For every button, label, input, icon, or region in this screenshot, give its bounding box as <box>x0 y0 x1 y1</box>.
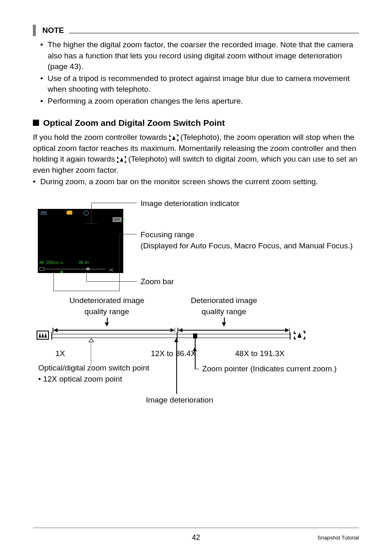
note-bullet-3: Performing a zoom operation changes the … <box>40 96 359 107</box>
zoom-bar-label: Zoom bar <box>141 276 174 287</box>
callout-line <box>92 203 137 203</box>
zoom-triangle <box>60 271 63 273</box>
note-bar <box>33 25 36 36</box>
section-title: Optical Zoom and Digital Zoom Switch Poi… <box>43 117 225 129</box>
camera-magnify-icon <box>84 211 89 215</box>
telephoto-icon <box>117 156 126 163</box>
callout-line-vert <box>91 203 92 223</box>
callout-line <box>86 273 87 281</box>
note-header: NOTE <box>33 25 359 36</box>
zoom-track <box>45 269 105 269</box>
arrow-down-icon <box>105 322 109 326</box>
note-underline <box>69 33 359 33</box>
deteriorated-line-2: quality range <box>179 306 269 317</box>
zoom-pointer-label: Zoom pointer (Indicates current zoom.) <box>202 364 337 375</box>
deteriorated-label: Deteriorated image quality range <box>179 295 269 317</box>
camera-zoom-text: 86.4× <box>79 260 89 266</box>
callout-line <box>86 281 137 282</box>
note-bullet-1: The higher the digital zoom factor, the … <box>40 39 359 72</box>
zoom-bar-end-right <box>290 332 291 340</box>
note-bullets: The higher the digital zoom factor, the … <box>33 39 359 107</box>
switch-point-line-2: 12X optical zoom point <box>43 375 122 383</box>
mid-range-label: 12X to 86.4X <box>151 348 196 359</box>
section-bullet-1: During zoom, a zoom bar on the monitor s… <box>33 176 359 188</box>
callout-line <box>195 369 199 370</box>
undeteriorated-line-2: quality range <box>60 306 154 317</box>
section-heading: Optical Zoom and Digital Zoom Switch Poi… <box>33 117 359 129</box>
callout-line <box>176 341 177 394</box>
camera-preview: 285 10M AF 150cm–∞ 86.4× [♦] <box>38 209 123 273</box>
callout-line <box>119 234 120 291</box>
telephoto-icon <box>294 331 305 343</box>
switch-point-label: Optical/digital zoom switch point • 12X … <box>38 363 149 384</box>
callout-line <box>53 270 54 291</box>
undeteriorated-label: Undeteriorated image quality range <box>60 295 154 317</box>
camera-zoom-bar: [♦] <box>39 267 109 271</box>
callout-line <box>53 291 119 291</box>
arrow-up-icon <box>174 338 178 342</box>
telephoto-icon <box>169 134 178 141</box>
callout-line <box>119 234 137 234</box>
section-bullets: During zoom, a zoom bar on the monitor s… <box>33 176 359 188</box>
high-range-label: 48X to 191.3X <box>235 348 284 359</box>
callout-line <box>195 350 196 369</box>
page-number: 42 <box>192 533 200 543</box>
zoom-knob <box>86 268 90 270</box>
page-footer: 42 Snapshot Tutorial <box>0 527 392 542</box>
undeteriorated-line-1: Undeteriorated image <box>60 295 154 306</box>
camera-counter: 285 <box>39 211 48 216</box>
camera-size-badge: 10M <box>113 217 122 222</box>
footer-divider <box>33 527 359 528</box>
wide-icon <box>37 331 49 343</box>
black-square-icon <box>33 120 39 126</box>
switch-point-triangle <box>88 338 94 342</box>
one-x-label: 1X <box>55 348 65 359</box>
note-bullet-2: Use of a tripod is recommended to protec… <box>40 73 359 95</box>
para-part-1: If you hold the zoom controller towards <box>33 133 169 141</box>
camera-af-text: AF 150cm–∞ <box>39 260 63 266</box>
focusing-range-label-1: Focusing range <box>141 229 353 241</box>
diagram: 285 10M AF 150cm–∞ 86.4× [♦] Image deter… <box>33 199 359 413</box>
zoom-bar-chart <box>39 331 302 343</box>
callout-line-horiz <box>85 223 97 224</box>
arrow-down-icon <box>222 322 226 326</box>
tele-frame-icon: [♦] <box>109 267 114 271</box>
dashed-line <box>91 342 91 365</box>
zoom-bar-track <box>51 334 290 338</box>
arrow-up-icon <box>193 347 197 351</box>
section-paragraph: If you hold the zoom controller towards … <box>33 132 359 176</box>
switch-point-line-1: Optical/digital zoom switch point <box>38 363 149 374</box>
deterioration-indicator-label: Image deterioration indicator <box>141 198 240 209</box>
note-label: NOTE <box>42 25 64 36</box>
deteriorated-line-1: Deteriorated image <box>179 295 269 306</box>
image-deterioration-label: Image deterioration <box>146 395 213 406</box>
focusing-range-label-2: (Displayed for Auto Focus, Macro Focus, … <box>141 241 353 252</box>
wide-frame-icon <box>39 267 44 271</box>
footer-section: Snapshot Tutorial <box>318 534 359 542</box>
camera-mode-icon <box>67 211 72 215</box>
